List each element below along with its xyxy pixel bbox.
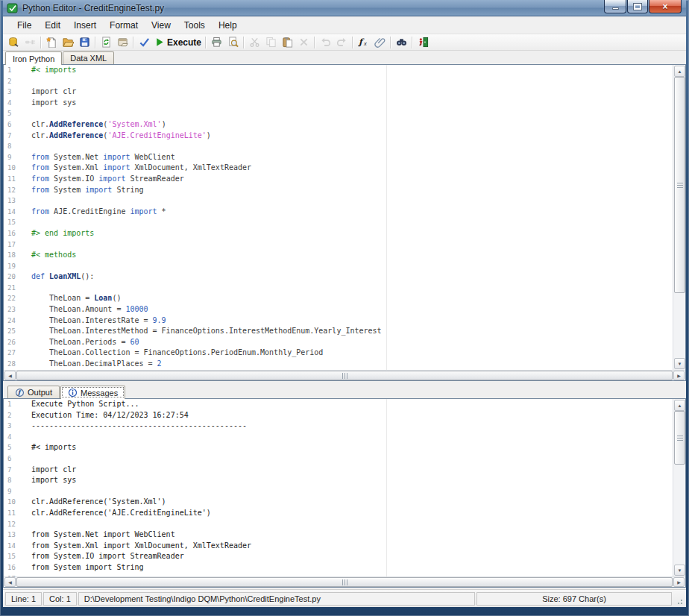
open-file-icon[interactable] <box>60 35 76 50</box>
close-button[interactable]: × <box>649 0 682 13</box>
line-number: 3 <box>4 421 23 432</box>
line-number: 12 <box>4 519 23 530</box>
line-number: 21 <box>4 283 23 294</box>
code-editor[interactable]: 1#< imports23import clr4import sys56clr.… <box>4 65 673 370</box>
exit-icon[interactable] <box>415 35 431 50</box>
message-line: 6 <box>4 453 673 465</box>
scroll-down-button[interactable]: ▼ <box>674 565 685 576</box>
messages-hscroll-thumb[interactable] <box>16 577 673 587</box>
messages-vertical-scrollbar[interactable]: ▲ ▼ <box>673 399 685 576</box>
output-tab-strip: ƒOutputMessages <box>3 383 686 398</box>
tab-label: Iron Python <box>13 54 54 63</box>
maximize-button[interactable] <box>627 0 648 13</box>
code-text <box>23 141 31 152</box>
resize-grip[interactable] <box>675 597 684 606</box>
line-number: 22 <box>4 293 23 304</box>
code-text <box>23 217 31 228</box>
line-number: 6 <box>4 119 23 131</box>
message-line: 13from System.Net import WebClient <box>4 529 673 541</box>
code-line: 9from System.Net import WebClient <box>4 152 673 163</box>
scroll-down-button[interactable]: ▼ <box>674 358 685 369</box>
print-preview-icon[interactable] <box>224 35 241 50</box>
message-text: Execute Python Script... <box>23 399 139 410</box>
message-line: 17 <box>4 573 673 577</box>
code-text <box>23 76 31 87</box>
find-icon[interactable] <box>393 35 409 50</box>
close-icon: × <box>662 2 667 11</box>
code-text: #> end imports <box>23 228 94 239</box>
scroll-up-button[interactable]: ▲ <box>674 400 685 411</box>
line-number: 11 <box>4 508 23 519</box>
menu-file[interactable]: File <box>10 18 38 33</box>
message-line: 3---------------------------------------… <box>4 421 673 432</box>
scroll-left-button[interactable]: ◀ <box>4 577 16 587</box>
code-line: 5 <box>4 108 673 119</box>
line-number: 4 <box>4 98 23 109</box>
minimize-button[interactable] <box>604 0 626 13</box>
tab-data-xml[interactable]: Data XML <box>63 51 114 64</box>
line-number: 7 <box>4 131 23 142</box>
code-text: import sys <box>23 98 76 109</box>
code-text <box>23 108 31 119</box>
line-number: 6 <box>4 453 23 465</box>
line-number: 2 <box>4 76 23 87</box>
message-text <box>23 573 31 577</box>
message-line: 15from System.IO import StreamReader <box>4 551 673 562</box>
code-text: TheLoan.InterestRate = 9.9 <box>23 315 166 327</box>
tab-messages[interactable]: Messages <box>60 386 125 399</box>
database-icon[interactable] <box>5 35 22 50</box>
code-line: 3import clr <box>4 87 673 98</box>
line-number: 1 <box>4 65 23 76</box>
properties-icon[interactable] <box>114 35 130 50</box>
message-line: 8import sys <box>4 475 673 486</box>
line-number: 12 <box>4 185 23 196</box>
function-icon[interactable]: ƒx <box>355 35 371 50</box>
menu-view[interactable]: View <box>145 18 177 33</box>
menu-tools[interactable]: Tools <box>177 18 212 33</box>
code-text: #< imports <box>23 65 76 76</box>
line-number: 8 <box>4 141 23 152</box>
messages-panel: 1Execute Python Script...2Execution Time… <box>3 398 686 588</box>
code-line: 2 <box>4 76 673 87</box>
title-bar[interactable]: Python Editor - CreditEngineTest.py × <box>3 0 686 16</box>
print-icon[interactable] <box>208 35 224 50</box>
code-text: from System.IO import StreamReader <box>23 174 184 185</box>
code-line: 10from System.Xml import XmlDocument, Xm… <box>4 163 673 174</box>
line-number: 10 <box>4 497 23 508</box>
message-line: 14from System.Xml import XmlDocument, Xm… <box>4 541 673 552</box>
scroll-left-button[interactable]: ◀ <box>4 371 16 380</box>
menu-format[interactable]: Format <box>103 18 145 33</box>
line-number: 17 <box>4 239 23 251</box>
code-line: 25 TheLoan.InterestMethod = FinanceOptio… <box>4 326 673 337</box>
scroll-up-button[interactable]: ▲ <box>674 66 685 77</box>
messages-console[interactable]: 1Execute Python Script...2Execution Time… <box>4 399 673 576</box>
menu-help[interactable]: Help <box>212 18 244 33</box>
message-text <box>23 486 31 497</box>
messages-vscroll-thumb[interactable] <box>674 411 685 465</box>
tab-output[interactable]: ƒOutput <box>7 386 60 398</box>
editor-horizontal-scrollbar[interactable]: ◀ ▶ <box>4 370 685 380</box>
menu-insert[interactable]: Insert <box>67 18 103 33</box>
line-number: 15 <box>4 551 23 562</box>
menu-edit[interactable]: Edit <box>38 18 67 33</box>
paste-icon[interactable] <box>279 35 295 50</box>
cut-icon <box>246 35 262 50</box>
messages-horizontal-scrollbar[interactable]: ◀ ▶ <box>4 576 685 587</box>
execute-button[interactable]: Execute <box>152 35 203 50</box>
save-icon[interactable] <box>76 35 92 50</box>
message-line: 9 <box>4 486 673 497</box>
editor-vscroll-thumb[interactable] <box>674 77 685 293</box>
editor-hscroll-thumb[interactable] <box>16 371 673 380</box>
validate-icon[interactable] <box>136 35 152 50</box>
new-file-icon[interactable] <box>43 35 60 50</box>
tab-iron-python[interactable]: Iron Python <box>5 51 62 65</box>
attachment-icon[interactable] <box>371 35 388 50</box>
message-line: 5#< imports <box>4 442 673 453</box>
editor-vertical-scrollbar[interactable]: ▲ ▼ <box>673 65 685 370</box>
scroll-right-button[interactable]: ▶ <box>673 371 685 380</box>
scroll-right-button[interactable]: ▶ <box>673 577 685 587</box>
code-text: from System.Net import WebClient <box>23 152 175 163</box>
message-line: 12 <box>4 519 673 530</box>
redo-icon <box>333 35 350 50</box>
reload-icon[interactable] <box>98 35 114 50</box>
